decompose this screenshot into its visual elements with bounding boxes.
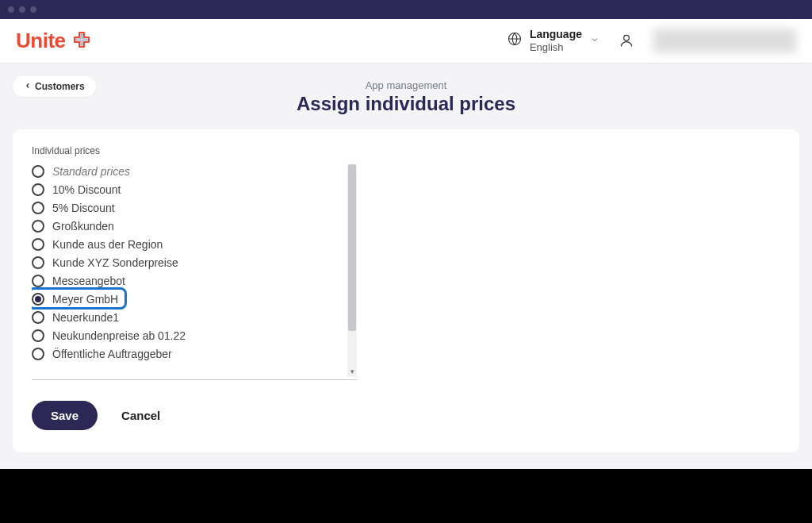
brand-plus-icon [72, 30, 91, 52]
radio-icon[interactable] [32, 220, 44, 233]
breadcrumb: App management [13, 79, 799, 91]
radio-icon[interactable] [32, 256, 44, 269]
user-icon[interactable] [619, 33, 634, 48]
price-option-label: 10% Discount [52, 183, 121, 196]
window-titlebar [0, 0, 812, 19]
radio-icon[interactable] [32, 293, 44, 306]
window-dot [8, 6, 14, 13]
price-option-label: Kunde XYZ Sonderpreise [52, 256, 178, 269]
price-option[interactable]: Öffentliche Auftraggeber [32, 345, 357, 363]
save-button[interactable]: Save [32, 401, 98, 430]
price-option-label: Öffentliche Auftraggeber [52, 348, 172, 360]
window-dot [30, 6, 36, 13]
svg-point-1 [624, 36, 630, 41]
radio-icon[interactable] [32, 238, 44, 251]
radio-icon[interactable] [32, 311, 44, 324]
scroll-down-icon[interactable]: ▾ [347, 367, 357, 377]
globe-icon [508, 32, 522, 49]
radio-icon[interactable] [32, 165, 44, 178]
price-option[interactable]: Großkunden [32, 217, 357, 235]
price-option[interactable]: 10% Discount [32, 181, 357, 198]
scrollbar[interactable]: ▾ [347, 164, 357, 377]
section-label: Individual prices [32, 145, 780, 156]
price-option[interactable]: Kunde XYZ Sonderpreise [32, 254, 357, 271]
user-info-blurred[interactable] [653, 29, 796, 52]
price-option[interactable]: Standard prices [32, 163, 357, 180]
cancel-button[interactable]: Cancel [121, 409, 160, 422]
language-value: English [530, 41, 582, 54]
back-label: Customers [35, 81, 85, 92]
scrollbar-thumb[interactable] [348, 164, 356, 331]
radio-icon[interactable] [32, 275, 44, 287]
back-button[interactable]: Customers [13, 76, 96, 97]
price-option-label: Messeangebot [52, 275, 125, 287]
language-selector[interactable]: Language English [508, 28, 599, 53]
price-option[interactable]: 5% Discount [32, 199, 357, 217]
language-label: Language [530, 28, 582, 41]
radio-icon[interactable] [32, 202, 44, 214]
main-panel: Individual prices Standard prices10% Dis… [13, 129, 799, 452]
price-option[interactable]: Messeangebot [32, 272, 357, 290]
page-title: Assign individual prices [13, 93, 799, 115]
radio-icon[interactable] [32, 329, 44, 342]
top-bar: Unite Language English [0, 19, 812, 63]
price-option-label: Neukundenpreise ab 01.22 [52, 329, 186, 342]
price-option[interactable]: Meyer GmbH [32, 290, 357, 308]
radio-icon[interactable] [32, 348, 44, 360]
price-option-label: Meyer GmbH [52, 293, 118, 306]
price-list-container: Standard prices10% Discount5% DiscountGr… [32, 163, 357, 380]
price-option[interactable]: Kunde aus der Region [32, 236, 357, 253]
window-dot [19, 6, 25, 13]
price-option-label: Großkunden [52, 220, 114, 233]
brand-logo[interactable]: Unite [16, 29, 91, 53]
bottom-bar [0, 469, 812, 523]
price-option-label: 5% Discount [52, 202, 115, 214]
chevron-left-icon [24, 81, 32, 92]
price-option[interactable]: Neukundenpreise ab 01.22 [32, 327, 357, 344]
chevron-down-icon [590, 33, 599, 48]
price-option[interactable]: Neuerkunde1 [32, 309, 357, 326]
price-option-label: Kunde aus der Region [52, 238, 163, 251]
price-option-label: Neuerkunde1 [52, 311, 119, 324]
brand-text: Unite [16, 29, 66, 53]
radio-icon[interactable] [32, 183, 44, 196]
price-option-label: Standard prices [52, 165, 130, 178]
price-list: Standard prices10% Discount5% DiscountGr… [32, 163, 357, 363]
